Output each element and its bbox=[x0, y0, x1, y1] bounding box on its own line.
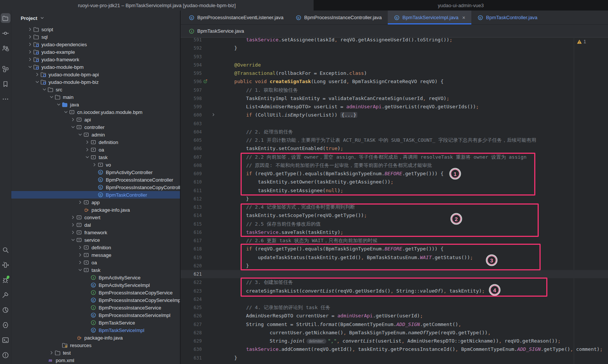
code-line-622[interactable]: 622 // 3. 创建加签任务 bbox=[181, 278, 608, 287]
tree-item-package-info-java[interactable]: package-info.java bbox=[11, 206, 180, 214]
tree-item-bpmprocessinstancecopyserviceimpl[interactable]: CBpmProcessInstanceCopyServiceImpl bbox=[11, 296, 180, 304]
tree-item-yudao-module-bpm[interactable]: yudao-module-bpm bbox=[11, 63, 180, 71]
tree-item-cn-iocoder-yudao-module-bpm[interactable]: cn.iocoder.yudao.module.bpm bbox=[11, 108, 180, 116]
code-line-591[interactable]: 591 taskService.setAssignee(taskId, reqV… bbox=[181, 38, 608, 44]
line-number[interactable]: 631 bbox=[181, 354, 202, 362]
line-number[interactable]: 613 bbox=[181, 203, 202, 211]
code-line-625[interactable]: 625 // 4. 记录加签的评论到 task 任务 bbox=[181, 303, 608, 312]
editor-tab-bpmprocessinstancecontroller-java[interactable]: CBpmProcessInstanceController.java bbox=[290, 11, 388, 24]
chevron-right-icon[interactable] bbox=[77, 259, 83, 265]
chevron-down-icon[interactable] bbox=[84, 154, 90, 160]
commit-icon[interactable] bbox=[1, 28, 11, 38]
chevron-down-icon[interactable] bbox=[77, 132, 83, 138]
tree-item-service[interactable]: service bbox=[11, 236, 180, 244]
tree-item-task[interactable]: task bbox=[11, 266, 180, 274]
dependencies-icon[interactable]: * bbox=[0, 260, 10, 270]
code-line-612[interactable]: 612 } bbox=[181, 195, 608, 203]
code-line-631[interactable]: 631 } bbox=[181, 354, 608, 362]
code-line-592[interactable]: 592 } bbox=[181, 44, 608, 52]
code-line-613[interactable]: 613 // 2.4 记录加签方式，完成任务时需要用到判断 bbox=[181, 203, 608, 211]
chevron-down-icon[interactable] bbox=[70, 124, 76, 130]
code-line-600[interactable]: 600 if (CollUtil.isEmpty(userList)) {...… bbox=[181, 111, 608, 119]
chevron-right-icon[interactable] bbox=[70, 229, 76, 235]
line-number[interactable]: 607 bbox=[181, 153, 202, 161]
line-number[interactable]: 627 bbox=[181, 320, 202, 329]
tree-item-sql[interactable]: sql bbox=[11, 33, 180, 41]
chevron-right-icon[interactable] bbox=[77, 252, 83, 258]
search-icon[interactable] bbox=[0, 245, 10, 255]
terminal-icon[interactable] bbox=[0, 335, 10, 345]
tree-item-oa[interactable]: oa bbox=[11, 146, 180, 153]
line-number[interactable]: 598 bbox=[181, 94, 202, 103]
line-number[interactable]: 629 bbox=[181, 337, 202, 345]
code-line-629[interactable]: 629 String.join(delimiter:",", convertLi… bbox=[181, 337, 608, 345]
line-number[interactable]: 628 bbox=[181, 329, 202, 337]
line-number[interactable]: 595 bbox=[181, 69, 202, 77]
close-icon[interactable]: × bbox=[462, 15, 465, 20]
tree-item-pom-xml[interactable]: mpom.xml bbox=[11, 356, 180, 364]
line-number[interactable]: 619 bbox=[181, 253, 202, 262]
tree-item-bpmprocessinstanceservice[interactable]: IBpmProcessInstanceService bbox=[11, 304, 180, 311]
tree-item-yudao-module-bpm-api[interactable]: yudao-module-bpm-api bbox=[11, 71, 180, 78]
tree-item-bpmprocessinstancecopycontroller[interactable]: CBpmProcessInstanceCopyController bbox=[11, 184, 180, 191]
line-number[interactable]: 610 bbox=[181, 178, 202, 186]
chevron-down-icon[interactable] bbox=[34, 79, 40, 85]
code-line-598[interactable]: 598 TaskEntityImpl taskEntity = validate… bbox=[181, 94, 608, 103]
line-number[interactable]: 614 bbox=[181, 211, 202, 220]
tree-item-yudao-example[interactable]: yudao-example bbox=[11, 48, 180, 56]
more-icon[interactable] bbox=[1, 94, 11, 104]
code-line-628[interactable]: 628 currentUser.getNickname(), BpmTaskSi… bbox=[181, 329, 608, 337]
code-line-626[interactable]: 626 AdminUserRespDTO currentUser = admin… bbox=[181, 312, 608, 320]
line-number[interactable]: 615 bbox=[181, 220, 202, 228]
chevron-down-icon[interactable] bbox=[62, 109, 69, 115]
tree-item-api[interactable]: api bbox=[11, 116, 180, 123]
line-number[interactable]: 593 bbox=[181, 53, 202, 61]
tree-item-bpmactivityserviceimpl[interactable]: CBpmActivityServiceImpl bbox=[11, 281, 180, 289]
problems-icon[interactable] bbox=[0, 350, 10, 360]
tree-item-definition[interactable]: definition bbox=[11, 244, 180, 251]
code-line-615[interactable]: 615 // 2.5 保存当前任务修改后的值 bbox=[181, 220, 608, 228]
line-number[interactable]: 620 bbox=[181, 262, 202, 270]
code-line-610[interactable]: 610 taskEntity.setOwner(taskEntity.getAs… bbox=[181, 178, 608, 186]
code-line-618[interactable]: 618 if (reqVO.getType().equals(BpmTaskSi… bbox=[181, 245, 608, 253]
tree-item-yudao-dependencies[interactable]: yudao-dependencies bbox=[11, 41, 180, 48]
code-line-621[interactable]: 621 bbox=[181, 270, 608, 278]
chevron-right-icon[interactable] bbox=[70, 214, 76, 220]
tree-item-test[interactable]: test bbox=[11, 349, 180, 356]
implements-method-icon[interactable]: I bbox=[202, 77, 209, 86]
pull-requests-icon[interactable]: ? bbox=[1, 43, 11, 53]
code-line-596[interactable]: 596I public void createSignTask(Long use… bbox=[181, 77, 608, 86]
line-number[interactable]: 605 bbox=[181, 136, 202, 144]
line-number[interactable]: 594 bbox=[181, 61, 202, 69]
tree-item-script[interactable]: script bbox=[11, 26, 180, 33]
line-number[interactable]: 604 bbox=[181, 128, 202, 136]
code-line-617[interactable]: 617 // 2.6 更新 task 状态为 WAIT，只有在向前加签的时候 bbox=[181, 237, 608, 245]
line-number[interactable]: 612 bbox=[181, 195, 202, 203]
line-number[interactable]: 611 bbox=[181, 187, 202, 195]
project-panel-header[interactable]: Project bbox=[11, 11, 180, 26]
code-line-630[interactable]: 630 taskService.addComment(reqVO.getId()… bbox=[181, 345, 608, 353]
code-line-620[interactable]: 620 } bbox=[181, 262, 608, 270]
tree-item-bpmtaskserviceimpl[interactable]: CBpmTaskServiceImpl bbox=[11, 326, 180, 334]
chevron-down-icon[interactable] bbox=[70, 237, 76, 243]
line-number[interactable]: 609 bbox=[181, 170, 202, 178]
line-number[interactable]: 600 bbox=[181, 111, 202, 119]
project-folder-icon[interactable] bbox=[1, 13, 11, 23]
editor-tab-bpmtaskserviceimpl-java[interactable]: CBpmTaskServiceImpl.java× bbox=[388, 11, 471, 24]
line-number[interactable]: 596 bbox=[181, 77, 202, 86]
build-icon[interactable] bbox=[0, 290, 10, 300]
tree-item-yudao-module-bpm-biz[interactable]: yudao-module-bpm-biz bbox=[11, 78, 180, 86]
tree-item-admin[interactable]: admin bbox=[11, 131, 180, 138]
tree-item-convert[interactable]: convert bbox=[11, 214, 180, 221]
code-line-627[interactable]: 627 String comment = StrUtil.format(BpmC… bbox=[181, 320, 608, 329]
code-line-623[interactable]: 623 createSignTaskList(convertList(reqVO… bbox=[181, 287, 608, 295]
tree-item-bpmtaskcontroller[interactable]: CBpmTaskController bbox=[11, 191, 180, 199]
line-number[interactable]: 591 bbox=[181, 38, 202, 44]
bookmarks-icon[interactable] bbox=[1, 79, 11, 89]
tree-item-dal[interactable]: dal bbox=[11, 221, 180, 229]
services-icon[interactable] bbox=[0, 320, 10, 330]
chevron-right-icon[interactable] bbox=[27, 49, 33, 55]
chevron-right-icon[interactable] bbox=[27, 41, 33, 47]
tree-item-app[interactable]: app bbox=[11, 199, 180, 206]
tree-item-controller[interactable]: controller bbox=[11, 123, 180, 131]
